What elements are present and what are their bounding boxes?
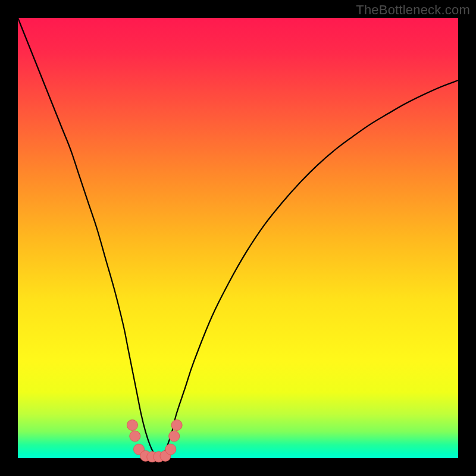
bottleneck-curve [18, 18, 458, 456]
highlight-marker [127, 420, 137, 431]
plot-area [18, 18, 458, 458]
highlight-marker [169, 431, 180, 441]
watermark-text: TheBottleneck.com [356, 2, 470, 18]
highlight-markers [127, 420, 182, 462]
highlight-marker [171, 420, 182, 431]
highlight-marker [130, 431, 140, 441]
chart-frame: TheBottleneck.com [0, 0, 476, 476]
curve-layer [18, 18, 458, 458]
highlight-marker [165, 444, 176, 455]
